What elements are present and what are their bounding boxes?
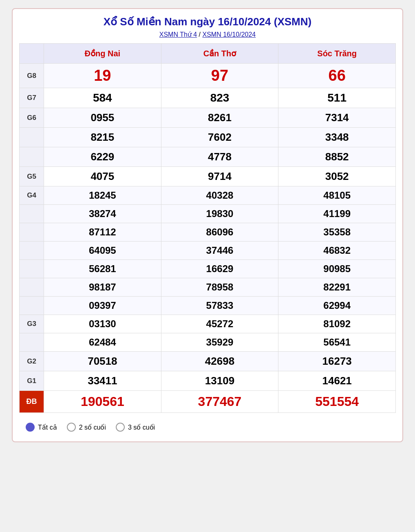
option-2socuoi-label: 2 số cuối: [79, 423, 106, 431]
g4-6-soctrang: 82291: [278, 278, 396, 297]
row-label-g6-2: [20, 128, 44, 147]
table-row: G3 03130 45272 81092: [20, 315, 396, 333]
g6-2-cantho: 7602: [161, 128, 278, 147]
table-row: G2 70518 42698 16273: [20, 352, 396, 371]
db-dongnai: 190561: [44, 391, 161, 413]
row-label-g6-3: [20, 147, 44, 167]
g4-7-dongnai: 09397: [44, 297, 161, 315]
table-row: 98187 78958 82291: [20, 278, 396, 297]
g4-4-soctrang: 46832: [278, 242, 396, 260]
g2-cantho: 42698: [161, 352, 278, 371]
g4-3-cantho: 86096: [161, 223, 278, 242]
row-label-g4-3: [20, 223, 44, 242]
g3-2-cantho: 35929: [161, 333, 278, 352]
option-2socuoi[interactable]: 2 số cuối: [67, 423, 106, 432]
g4-3-dongnai: 87112: [44, 223, 161, 242]
row-label-g3-2: [20, 333, 44, 352]
g4-3-soctrang: 35358: [278, 223, 396, 242]
g6-3-cantho: 4778: [161, 147, 278, 167]
g6-2-soctrang: 3348: [278, 128, 396, 147]
header-dongnai: Đồng Nai: [44, 44, 161, 64]
g6-1-cantho: 8261: [161, 108, 278, 128]
row-label-g6: G6: [20, 108, 44, 128]
g4-2-cantho: 19830: [161, 205, 278, 223]
table-row: 8215 7602 3348: [20, 128, 396, 147]
lottery-table: Đồng Nai Cần Thơ Sóc Trăng G8 19 97 66 G…: [19, 43, 396, 413]
g8-soctrang: 66: [278, 64, 396, 88]
row-label-g4-7: [20, 297, 44, 315]
g6-2-dongnai: 8215: [44, 128, 161, 147]
g6-1-soctrang: 7314: [278, 108, 396, 128]
table-row: 62484 35929 56541: [20, 333, 396, 352]
header-cantho: Cần Thơ: [161, 44, 278, 64]
g1-soctrang: 14621: [278, 371, 396, 391]
db-soctrang: 551554: [278, 391, 396, 413]
subtitle-links: XSMN Thứ 4 / XSMN 16/10/2024: [19, 31, 396, 38]
row-label-g4-6: [20, 278, 44, 297]
table-row: G1 33411 13109 14621: [20, 371, 396, 391]
radio-2socuoi-icon[interactable]: [67, 423, 76, 432]
g6-3-dongnai: 6229: [44, 147, 161, 167]
g4-2-soctrang: 41199: [278, 205, 396, 223]
header-soctrang: Sóc Trăng: [278, 44, 396, 64]
g4-1-soctrang: 48105: [278, 186, 396, 205]
table-row: 64095 37446 46832: [20, 242, 396, 260]
g8-dongnai: 19: [44, 64, 161, 88]
radio-tatca-icon[interactable]: [26, 423, 35, 432]
row-label-g4-2: [20, 205, 44, 223]
header-label: [20, 44, 44, 64]
g4-5-soctrang: 90985: [278, 260, 396, 278]
page-title: Xổ Số Miền Nam ngày 16/10/2024 (XSMN): [19, 16, 396, 28]
g7-dongnai: 584: [44, 88, 161, 108]
row-label-g5: G5: [20, 167, 44, 186]
table-row: ĐB 190561 377467 551554: [20, 391, 396, 413]
g4-5-cantho: 16629: [161, 260, 278, 278]
db-cantho: 377467: [161, 391, 278, 413]
table-row: 38274 19830 41199: [20, 205, 396, 223]
g4-2-dongnai: 38274: [44, 205, 161, 223]
main-container: Xổ Số Miền Nam ngày 16/10/2024 (XSMN) XS…: [12, 8, 403, 442]
row-label-g3: G3: [20, 315, 44, 333]
g4-5-dongnai: 56281: [44, 260, 161, 278]
g4-6-dongnai: 98187: [44, 278, 161, 297]
table-row: G6 0955 8261 7314: [20, 108, 396, 128]
table-row: G7 584 823 511: [20, 88, 396, 108]
g4-1-dongnai: 18245: [44, 186, 161, 205]
option-tatca-label: Tất cả: [38, 423, 57, 431]
g3-2-soctrang: 56541: [278, 333, 396, 352]
row-label-g2: G2: [20, 352, 44, 371]
g4-4-cantho: 37446: [161, 242, 278, 260]
table-row: G5 4075 9714 3052: [20, 167, 396, 186]
g5-dongnai: 4075: [44, 167, 161, 186]
g1-dongnai: 33411: [44, 371, 161, 391]
g1-cantho: 13109: [161, 371, 278, 391]
g8-cantho: 97: [161, 64, 278, 88]
row-label-g8: G8: [20, 64, 44, 88]
option-3socuoi-label: 3 số cuối: [128, 423, 155, 431]
row-label-g4: G4: [20, 186, 44, 205]
table-row: 56281 16629 90985: [20, 260, 396, 278]
g5-cantho: 9714: [161, 167, 278, 186]
link-thu4[interactable]: XSMN Thứ 4: [159, 31, 197, 38]
g7-cantho: 823: [161, 88, 278, 108]
option-3socuoi[interactable]: 3 số cuối: [116, 423, 155, 432]
table-row: 6229 4778 8852: [20, 147, 396, 167]
g4-4-dongnai: 64095: [44, 242, 161, 260]
g6-1-dongnai: 0955: [44, 108, 161, 128]
option-tatca[interactable]: Tất cả: [26, 423, 57, 432]
row-label-g4-5: [20, 260, 44, 278]
row-label-db: ĐB: [20, 391, 44, 413]
link-date[interactable]: XSMN 16/10/2024: [203, 31, 256, 38]
row-label-g7: G7: [20, 88, 44, 108]
g4-1-cantho: 40328: [161, 186, 278, 205]
g4-7-soctrang: 62994: [278, 297, 396, 315]
row-label-g4-4: [20, 242, 44, 260]
row-label-g1: G1: [20, 371, 44, 391]
footer-options: Tất cả 2 số cuối 3 số cuối: [19, 419, 396, 435]
g5-soctrang: 3052: [278, 167, 396, 186]
g3-2-dongnai: 62484: [44, 333, 161, 352]
g4-6-cantho: 78958: [161, 278, 278, 297]
g7-soctrang: 511: [278, 88, 396, 108]
g4-7-cantho: 57833: [161, 297, 278, 315]
radio-3socuoi-icon[interactable]: [116, 423, 125, 432]
